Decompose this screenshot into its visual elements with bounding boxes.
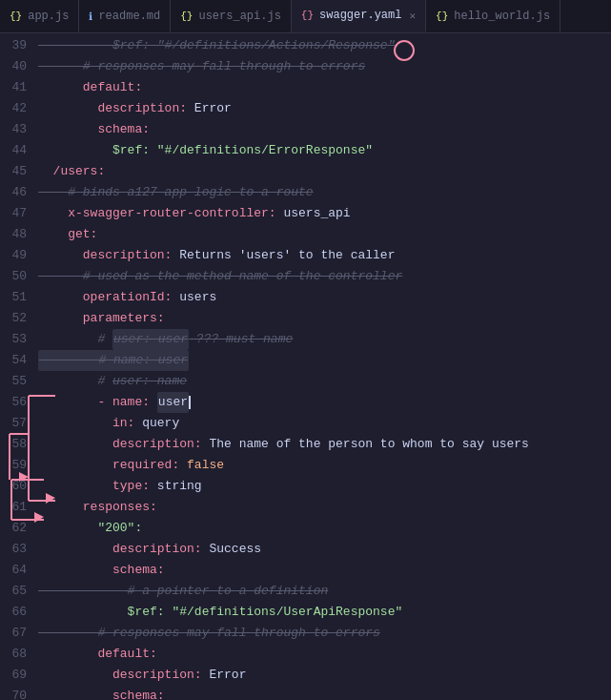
line-number: 53 — [0, 329, 27, 350]
tab-label: users_api.js — [198, 10, 280, 23]
code-line: $ref: "#/definitions/UserApiResponse" — [38, 602, 611, 623]
code-token: user — [157, 392, 189, 413]
line-number: 60 — [0, 476, 27, 497]
code-line: in: query — [38, 413, 611, 434]
tab-app-js[interactable]: {}app.js — [0, 0, 79, 32]
line-number: 49 — [0, 245, 27, 266]
code-token: # a pointer to a definition — [38, 581, 328, 602]
code-token: type: — [38, 476, 157, 497]
code-token: schema: — [38, 119, 150, 140]
code-token: "200": — [38, 518, 142, 539]
code-line: "200": — [38, 518, 611, 539]
code-token: parameters: — [38, 308, 165, 329]
code-line: description: Error — [38, 98, 611, 119]
code-line: default: — [38, 77, 611, 98]
code-token: user: name — [112, 371, 187, 392]
code-token: description: — [38, 245, 179, 266]
code-line: # responses may fall through to errors — [38, 56, 611, 77]
text-cursor — [189, 396, 191, 409]
tab-users-api-js[interactable]: {}users_api.js — [171, 0, 292, 32]
code-line: get: — [38, 224, 611, 245]
line-number: 54 — [0, 350, 27, 371]
js-file-icon: {} — [436, 10, 448, 22]
line-number: 70 — [0, 686, 27, 700]
code-line: /users: — [38, 161, 611, 182]
code-token: Error — [194, 98, 232, 119]
code-token: # binds a127 app logic to a route — [38, 182, 314, 203]
code-line: schema: — [38, 686, 611, 700]
line-number: 61 — [0, 497, 27, 518]
code-token: schema: — [38, 686, 165, 700]
code-token: false — [187, 455, 224, 476]
code-line: # user: user ??? must name — [38, 329, 611, 350]
code-area: 3940414243444546474849505152535455565758… — [0, 33, 611, 700]
line-number: 43 — [0, 119, 27, 140]
line-number: 50 — [0, 266, 27, 287]
code-token: users_api — [283, 203, 350, 224]
code-token: $ref: "#/definitions/ErrorResponse" — [38, 140, 373, 161]
code-line: description: Error — [38, 665, 611, 686]
js-file-icon: {} — [180, 10, 193, 22]
code-token: Error — [209, 665, 246, 686]
line-number: 42 — [0, 98, 27, 119]
line-number: 44 — [0, 140, 27, 161]
tab-bar: {}app.jsℹreadme.md{}users_api.js{}swagge… — [0, 0, 611, 33]
code-line: # name: user — [38, 350, 611, 371]
code-token: operationId: — [38, 287, 179, 308]
line-number: 64 — [0, 560, 27, 581]
tab-label: app.js — [28, 10, 69, 23]
line-number: 55 — [0, 371, 27, 392]
code-token: users — [179, 287, 216, 308]
code-line: # a pointer to a definition — [38, 581, 611, 602]
code-line: - name: user — [38, 392, 611, 413]
code-token: required: — [38, 455, 187, 476]
code-token: description: — [38, 539, 209, 560]
code-token: schema: — [38, 560, 165, 581]
code-token: $ref: "#/definitions/UserApiResponse" — [38, 602, 402, 623]
code-token: # responses may fall through to errors — [38, 56, 365, 77]
yaml-file-icon: {} — [301, 10, 314, 21]
line-numbers: 3940414243444546474849505152535455565758… — [0, 33, 34, 700]
line-number: 68 — [0, 644, 27, 665]
line-number: 62 — [0, 518, 27, 539]
tab-swagger-yaml[interactable]: {}swagger.yaml✕ — [292, 0, 426, 32]
tab-close-button[interactable]: ✕ — [409, 10, 416, 22]
code-line: required: false — [38, 455, 611, 476]
code-line: schema: — [38, 560, 611, 581]
tab-label: swagger.yaml — [319, 9, 401, 22]
code-token: default: — [38, 77, 142, 98]
code-line: # used as the method name of the control… — [38, 266, 611, 287]
line-number: 46 — [0, 182, 27, 203]
tab-readme-md[interactable]: ℹreadme.md — [79, 0, 171, 32]
code-content[interactable]: $ref: "#/definitions/Actions/Response" #… — [34, 33, 611, 700]
code-token: /users: — [38, 161, 105, 182]
code-token: default: — [38, 644, 157, 665]
code-token: # — [38, 371, 112, 392]
code-token: # — [38, 329, 112, 350]
code-line: # user: name — [38, 371, 611, 392]
code-line: description: Success — [38, 539, 611, 560]
code-token: description: — [38, 434, 209, 455]
tab-hello-world-js[interactable]: {}hello_world.js — [426, 0, 560, 32]
line-number: 48 — [0, 224, 27, 245]
code-token: - name: — [38, 392, 157, 413]
code-line: # responses may fall through to errors — [38, 623, 611, 644]
code-token: in: — [38, 413, 142, 434]
code-token: The name of the person to whom to say us… — [209, 434, 528, 455]
line-number: 56 — [0, 392, 27, 413]
code-token: description: — [38, 665, 209, 686]
code-token: Success — [209, 539, 261, 560]
editor-wrapper: 3940414243444546474849505152535455565758… — [0, 33, 611, 700]
line-number: 51 — [0, 287, 27, 308]
line-number: 69 — [0, 665, 27, 686]
line-number: 57 — [0, 413, 27, 434]
code-token: $ref: "#/definitions/Actions/Response" — [38, 35, 395, 56]
code-token: # responses may fall through to errors — [38, 623, 380, 644]
code-token: get: — [38, 224, 97, 245]
code-token: # used as the method name of the control… — [38, 266, 402, 287]
code-token: string — [157, 476, 202, 497]
code-line: responses: — [38, 497, 611, 518]
line-number: 45 — [0, 161, 27, 182]
code-line: parameters: — [38, 308, 611, 329]
code-token: description: — [38, 98, 194, 119]
